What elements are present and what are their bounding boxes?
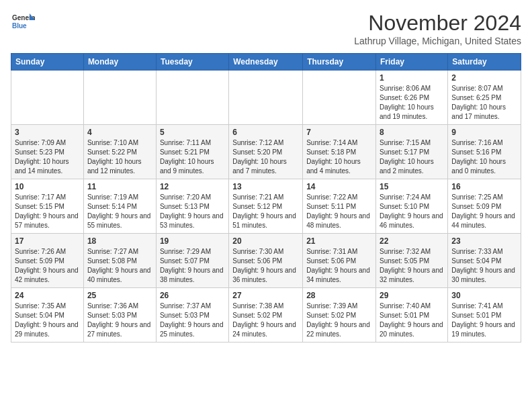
day-number: 3 (15, 128, 80, 137)
day-info: Sunrise: 7:37 AM Sunset: 5:03 PM Dayligh… (160, 302, 225, 339)
svg-text:Blue: Blue (12, 22, 27, 30)
day-number: 24 (15, 291, 80, 300)
calendar-cell: 4Sunrise: 7:10 AM Sunset: 5:22 PM Daylig… (83, 125, 156, 179)
day-info: Sunrise: 7:12 AM Sunset: 5:20 PM Dayligh… (232, 138, 299, 176)
calendar-cell: 12Sunrise: 7:20 AM Sunset: 5:13 PM Dayli… (156, 179, 228, 234)
day-number: 2 (451, 73, 517, 83)
calendar-week-1: 1Sunrise: 8:06 AM Sunset: 6:26 PM Daylig… (11, 71, 521, 125)
day-number: 12 (160, 182, 225, 191)
day-info: Sunrise: 8:07 AM Sunset: 6:25 PM Dayligh… (451, 84, 517, 122)
day-info: Sunrise: 7:31 AM Sunset: 5:06 PM Dayligh… (306, 247, 372, 285)
calendar-cell: 20Sunrise: 7:30 AM Sunset: 5:06 PM Dayli… (229, 234, 303, 288)
month-title: November 2024 (354, 11, 521, 36)
logo: General Blue (11, 11, 35, 35)
calendar-cell: 1Sunrise: 8:06 AM Sunset: 6:26 PM Daylig… (376, 71, 448, 125)
day-number: 22 (380, 236, 444, 246)
calendar-cell: 21Sunrise: 7:31 AM Sunset: 5:06 PM Dayli… (303, 234, 376, 288)
day-info: Sunrise: 7:30 AM Sunset: 5:06 PM Dayligh… (232, 247, 299, 285)
calendar-week-2: 3Sunrise: 7:09 AM Sunset: 5:23 PM Daylig… (11, 125, 521, 179)
calendar-cell: 16Sunrise: 7:25 AM Sunset: 5:09 PM Dayli… (448, 179, 521, 234)
calendar-cell (229, 71, 303, 125)
day-info: Sunrise: 7:25 AM Sunset: 5:09 PM Dayligh… (451, 193, 517, 230)
day-info: Sunrise: 7:09 AM Sunset: 5:23 PM Dayligh… (15, 138, 80, 176)
day-number: 30 (451, 291, 517, 300)
day-info: Sunrise: 7:29 AM Sunset: 5:07 PM Dayligh… (160, 247, 225, 285)
calendar-cell: 13Sunrise: 7:21 AM Sunset: 5:12 PM Dayli… (229, 179, 303, 234)
calendar-week-3: 10Sunrise: 7:17 AM Sunset: 5:15 PM Dayli… (11, 179, 521, 234)
day-number: 14 (306, 182, 372, 191)
day-info: Sunrise: 7:38 AM Sunset: 5:02 PM Dayligh… (232, 302, 299, 339)
day-number: 10 (15, 182, 80, 191)
day-number: 5 (160, 128, 225, 137)
day-number: 20 (232, 236, 299, 246)
calendar-table: SundayMondayTuesdayWednesdayThursdayFrid… (11, 53, 521, 342)
day-info: Sunrise: 7:22 AM Sunset: 5:11 PM Dayligh… (306, 193, 372, 230)
calendar-cell: 19Sunrise: 7:29 AM Sunset: 5:07 PM Dayli… (156, 234, 228, 288)
day-number: 23 (451, 236, 517, 246)
calendar-cell: 14Sunrise: 7:22 AM Sunset: 5:11 PM Dayli… (303, 179, 376, 234)
day-number: 16 (451, 182, 517, 191)
calendar-cell (303, 71, 376, 125)
day-info: Sunrise: 8:06 AM Sunset: 6:26 PM Dayligh… (380, 84, 444, 122)
day-info: Sunrise: 7:41 AM Sunset: 5:01 PM Dayligh… (451, 302, 517, 339)
title-block: November 2024 Lathrup Village, Michigan,… (354, 11, 521, 46)
calendar-cell: 5Sunrise: 7:11 AM Sunset: 5:21 PM Daylig… (156, 125, 228, 179)
day-info: Sunrise: 7:36 AM Sunset: 5:03 PM Dayligh… (87, 302, 152, 339)
day-number: 21 (306, 236, 372, 246)
calendar-cell: 3Sunrise: 7:09 AM Sunset: 5:23 PM Daylig… (11, 125, 84, 179)
day-info: Sunrise: 7:17 AM Sunset: 5:15 PM Dayligh… (15, 193, 80, 230)
calendar-cell: 11Sunrise: 7:19 AM Sunset: 5:14 PM Dayli… (83, 179, 156, 234)
day-number: 17 (15, 236, 80, 246)
day-info: Sunrise: 7:10 AM Sunset: 5:22 PM Dayligh… (87, 138, 152, 176)
day-info: Sunrise: 7:20 AM Sunset: 5:13 PM Dayligh… (160, 193, 225, 230)
weekday-header-monday: Monday (83, 54, 156, 71)
day-number: 9 (451, 128, 517, 137)
logo-icon: General Blue (11, 11, 35, 35)
calendar-cell: 28Sunrise: 7:39 AM Sunset: 5:02 PM Dayli… (303, 288, 376, 342)
calendar-cell: 10Sunrise: 7:17 AM Sunset: 5:15 PM Dayli… (11, 179, 84, 234)
day-number: 27 (232, 291, 299, 300)
calendar-cell: 8Sunrise: 7:15 AM Sunset: 5:17 PM Daylig… (376, 125, 448, 179)
calendar-week-5: 24Sunrise: 7:35 AM Sunset: 5:04 PM Dayli… (11, 288, 521, 342)
day-number: 4 (87, 128, 152, 137)
day-info: Sunrise: 7:35 AM Sunset: 5:04 PM Dayligh… (15, 302, 80, 339)
day-number: 6 (232, 128, 299, 137)
day-number: 13 (232, 182, 299, 191)
calendar-cell: 25Sunrise: 7:36 AM Sunset: 5:03 PM Dayli… (83, 288, 156, 342)
day-number: 1 (380, 73, 444, 83)
weekday-header-tuesday: Tuesday (156, 54, 228, 71)
calendar-cell: 24Sunrise: 7:35 AM Sunset: 5:04 PM Dayli… (11, 288, 84, 342)
day-info: Sunrise: 7:14 AM Sunset: 5:18 PM Dayligh… (306, 138, 372, 176)
weekday-header-friday: Friday (376, 54, 448, 71)
calendar-cell: 15Sunrise: 7:24 AM Sunset: 5:10 PM Dayli… (376, 179, 448, 234)
day-info: Sunrise: 7:32 AM Sunset: 5:05 PM Dayligh… (380, 247, 444, 285)
calendar-cell: 2Sunrise: 8:07 AM Sunset: 6:25 PM Daylig… (448, 71, 521, 125)
weekday-header-thursday: Thursday (303, 54, 376, 71)
day-info: Sunrise: 7:27 AM Sunset: 5:08 PM Dayligh… (87, 247, 152, 285)
calendar-cell: 9Sunrise: 7:16 AM Sunset: 5:16 PM Daylig… (448, 125, 521, 179)
calendar-cell: 18Sunrise: 7:27 AM Sunset: 5:08 PM Dayli… (83, 234, 156, 288)
day-number: 15 (380, 182, 444, 191)
calendar-cell: 27Sunrise: 7:38 AM Sunset: 5:02 PM Dayli… (229, 288, 303, 342)
weekday-header-row: SundayMondayTuesdayWednesdayThursdayFrid… (11, 54, 521, 71)
calendar-cell (11, 71, 84, 125)
calendar-cell: 7Sunrise: 7:14 AM Sunset: 5:18 PM Daylig… (303, 125, 376, 179)
day-number: 7 (306, 128, 372, 137)
day-info: Sunrise: 7:40 AM Sunset: 5:01 PM Dayligh… (380, 302, 444, 339)
day-number: 26 (160, 291, 225, 300)
calendar-cell: 30Sunrise: 7:41 AM Sunset: 5:01 PM Dayli… (448, 288, 521, 342)
location-title: Lathrup Village, Michigan, United States (354, 36, 521, 46)
day-info: Sunrise: 7:33 AM Sunset: 5:04 PM Dayligh… (451, 247, 517, 285)
day-info: Sunrise: 7:11 AM Sunset: 5:21 PM Dayligh… (160, 138, 225, 176)
day-info: Sunrise: 7:15 AM Sunset: 5:17 PM Dayligh… (380, 138, 444, 176)
day-number: 29 (380, 291, 444, 300)
calendar-cell: 23Sunrise: 7:33 AM Sunset: 5:04 PM Dayli… (448, 234, 521, 288)
calendar-cell: 6Sunrise: 7:12 AM Sunset: 5:20 PM Daylig… (229, 125, 303, 179)
weekday-header-sunday: Sunday (11, 54, 84, 71)
day-info: Sunrise: 7:16 AM Sunset: 5:16 PM Dayligh… (451, 138, 517, 176)
day-info: Sunrise: 7:24 AM Sunset: 5:10 PM Dayligh… (380, 193, 444, 230)
calendar-cell: 29Sunrise: 7:40 AM Sunset: 5:01 PM Dayli… (376, 288, 448, 342)
calendar-cell: 17Sunrise: 7:26 AM Sunset: 5:09 PM Dayli… (11, 234, 84, 288)
day-number: 8 (380, 128, 444, 137)
day-number: 11 (87, 182, 152, 191)
